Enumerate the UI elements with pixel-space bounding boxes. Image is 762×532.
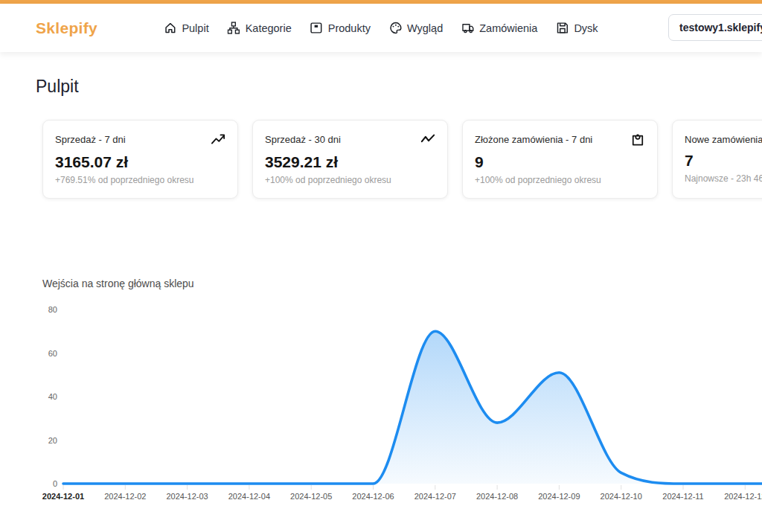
trending-up-icon xyxy=(211,132,225,147)
x-axis-label: 2024-12-06 xyxy=(352,492,394,501)
x-axis-label: 2024-12-11 xyxy=(662,492,703,501)
stat-card-value: 3529.21 zł xyxy=(265,153,435,171)
y-axis-label: 80 xyxy=(48,305,57,314)
x-axis-label: 2024-12-05 xyxy=(290,492,332,501)
stat-card-title: Złożone zamówienia - 7 dni xyxy=(475,132,592,145)
stat-card-value: 3165.07 zł xyxy=(55,153,225,171)
x-axis-label: 2024-12-08 xyxy=(476,492,518,501)
stat-card-nowe-zam-wienia: Nowe zamówienia7Najnowsze - 23h 46m xyxy=(672,120,762,199)
area-fill xyxy=(63,331,762,484)
x-axis-label: 2024-12-07 xyxy=(414,492,456,501)
nav-item-label: Dysk xyxy=(574,22,598,34)
visits-area-chart[interactable]: 0204060802024-12-012024-12-022024-12-032… xyxy=(0,294,762,513)
y-axis-label: 20 xyxy=(48,436,57,445)
stat-card-value: 7 xyxy=(685,152,762,170)
stat-card-title: Nowe zamówienia xyxy=(685,132,762,145)
top-nav: Sklepify PulpitKategorieProduktyWyglądZa… xyxy=(0,4,762,52)
chart-title: Wejścia na stronę główną sklepu xyxy=(42,278,762,289)
truck-icon xyxy=(461,22,474,34)
stat-card-sprzeda-30-dni: Sprzedaż - 30 dni3529.21 zł+100% od popr… xyxy=(252,120,448,199)
product-box-icon xyxy=(310,22,323,34)
stat-card-value: 9 xyxy=(475,153,645,171)
stat-card-subtitle: Najnowsze - 23h 46m xyxy=(685,173,762,184)
stat-card-header: Złożone zamówienia - 7 dni xyxy=(475,132,645,147)
y-axis-label: 40 xyxy=(48,392,57,401)
nav-menu: PulpitKategorieProduktyWyglądZamówieniaD… xyxy=(164,22,598,34)
nav-item-label: Zamówienia xyxy=(479,22,537,34)
shop-domain-button[interactable]: testowy1.sklepify.pl xyxy=(668,14,762,41)
nav-item-zam-wienia[interactable]: Zamówienia xyxy=(461,22,537,34)
x-axis-label: 2024-12-01 xyxy=(42,492,84,501)
nav-item-label: Kategorie xyxy=(246,22,292,34)
stat-card-header: Sprzedaż - 30 dni xyxy=(265,132,435,147)
visits-chart-section: Wejścia na stronę główną sklepu 02040608… xyxy=(0,278,762,513)
brand-logo[interactable]: Sklepify xyxy=(36,19,97,37)
stat-card-subtitle: +100% od poprzedniego okresu xyxy=(265,175,435,185)
nav-item-produkty[interactable]: Produkty xyxy=(310,22,371,34)
nav-item-label: Wygląd xyxy=(407,22,443,34)
chart-line-icon xyxy=(420,132,435,147)
stat-card-subtitle: +100% od poprzedniego okresu xyxy=(475,175,645,185)
nav-item-wygl-d[interactable]: Wygląd xyxy=(389,22,443,34)
x-axis-label: 2024-12-10 xyxy=(601,492,642,501)
x-axis-label: 2024-12-03 xyxy=(166,492,208,501)
y-axis-label: 0 xyxy=(53,479,57,488)
nav-item-dysk[interactable]: Dysk xyxy=(556,22,598,34)
nav-item-label: Produkty xyxy=(328,22,371,34)
home-icon xyxy=(164,22,176,34)
x-axis-label: 2024-12-09 xyxy=(538,492,580,501)
stat-card-sprzeda-7-dni: Sprzedaż - 7 dni3165.07 zł+769.51% od po… xyxy=(42,120,238,199)
x-axis-label: 2024-12-04 xyxy=(228,492,270,501)
palette-icon xyxy=(389,22,402,34)
y-axis-label: 60 xyxy=(48,349,57,358)
nav-item-kategorie[interactable]: Kategorie xyxy=(228,22,292,34)
shopping-bag-icon xyxy=(630,132,645,147)
stat-card-subtitle: +769.51% od poprzedniego okresu xyxy=(55,175,225,185)
stat-card-header: Nowe zamówienia xyxy=(685,132,762,145)
nav-item-pulpit[interactable]: Pulpit xyxy=(164,22,208,34)
stat-card-header: Sprzedaż - 7 dni xyxy=(55,132,225,147)
stat-card-title: Sprzedaż - 30 dni xyxy=(265,132,341,145)
stat-card-title: Sprzedaż - 7 dni xyxy=(55,132,126,145)
x-axis-label: 2024-12-12 xyxy=(724,492,762,501)
nav-item-label: Pulpit xyxy=(182,22,208,34)
x-axis-label: 2024-12-02 xyxy=(104,492,146,501)
page-title: Pulpit xyxy=(36,77,762,97)
stats-cards-row: Sprzedaż - 7 dni3165.07 zł+769.51% od po… xyxy=(42,120,762,199)
stat-card-z-o-one-zam-wienia-7-dni: Złożone zamówienia - 7 dni9+100% od popr… xyxy=(462,120,658,199)
sitemap-icon xyxy=(228,22,240,34)
disk-icon xyxy=(556,22,569,34)
main-content: Pulpit Sprzedaż - 7 dni3165.07 zł+769.51… xyxy=(0,77,762,513)
